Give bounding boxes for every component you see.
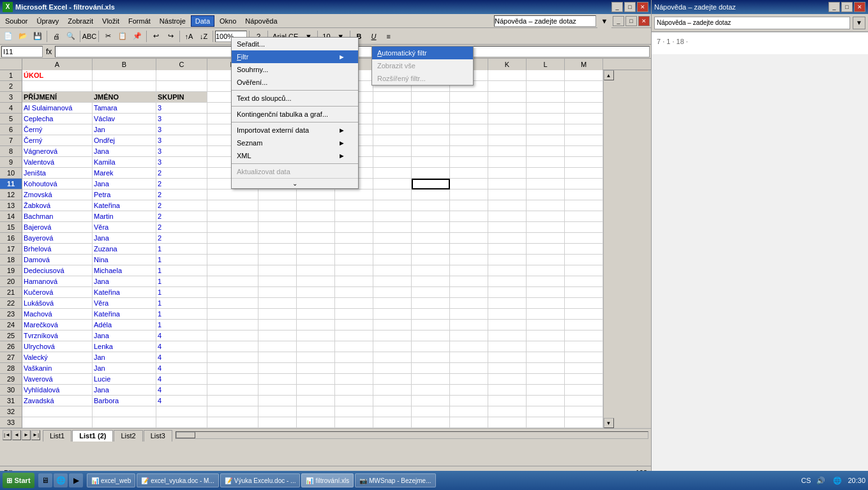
cell-l2[interactable] [527, 81, 565, 92]
cell-e32[interactable] [258, 406, 297, 417]
cell-c7[interactable]: 3 [156, 135, 207, 146]
cell-a1[interactable]: ÚKOL [22, 70, 93, 81]
cell-j33[interactable] [450, 417, 488, 428]
cell-h25[interactable] [373, 330, 412, 341]
tab-prev-btn[interactable]: ◄ [12, 430, 21, 440]
row-5[interactable]: 5 [0, 114, 22, 124]
cell-c11[interactable]: 2 [156, 179, 207, 189]
cell-k26[interactable] [488, 341, 527, 352]
row-20[interactable]: 20 [0, 276, 22, 287]
col-header-b[interactable]: B [93, 59, 156, 70]
row-31[interactable]: 31 [0, 396, 22, 406]
tab-list2[interactable]: List2 [114, 430, 142, 442]
cell-ref-box[interactable]: I11 [1, 46, 43, 57]
cell-j14[interactable] [450, 211, 488, 222]
cell-f16[interactable] [297, 233, 335, 244]
cell-e18[interactable] [258, 255, 297, 265]
cell-g23[interactable] [335, 309, 373, 320]
taskbar-filtrovani[interactable]: 📊 filtrování.xls [301, 473, 354, 487]
cell-d24[interactable] [207, 320, 258, 330]
cell-m28[interactable] [565, 363, 603, 374]
cell-k2[interactable] [488, 81, 527, 92]
menu-item-automaticky-filtr[interactable]: Automatický filtr [372, 47, 473, 59]
cell-b28[interactable]: Jan [93, 363, 156, 374]
cell-i26[interactable] [412, 341, 450, 352]
save-button[interactable]: 💾 [31, 29, 45, 43]
cell-f26[interactable] [297, 341, 335, 352]
cell-m20[interactable] [565, 276, 603, 287]
cell-d19[interactable] [207, 265, 258, 276]
col-header-m[interactable]: M [565, 59, 603, 70]
cell-f27[interactable] [297, 352, 335, 363]
cell-i6[interactable] [412, 124, 450, 135]
cell-k23[interactable] [488, 309, 527, 320]
cell-l14[interactable] [527, 211, 565, 222]
cell-f21[interactable] [297, 287, 335, 298]
cell-i25[interactable] [412, 330, 450, 341]
cell-e31[interactable] [258, 396, 297, 406]
cell-c25[interactable]: 4 [156, 330, 207, 341]
cell-l32[interactable] [527, 406, 565, 417]
cell-i33[interactable] [412, 417, 450, 428]
cell-h3[interactable] [373, 92, 412, 103]
cell-f33[interactable] [297, 417, 335, 428]
cell-d20[interactable] [207, 276, 258, 287]
cell-l33[interactable] [527, 417, 565, 428]
cell-b3[interactable]: JMÉNO [93, 92, 156, 103]
menu-item-seradit[interactable]: Seřadit... [232, 38, 358, 50]
cell-m26[interactable] [565, 341, 603, 352]
cell-k12[interactable] [488, 189, 527, 200]
cell-c24[interactable]: 1 [156, 320, 207, 330]
cell-c15[interactable]: 2 [156, 222, 207, 233]
menu-item-text-sloupcu[interactable]: Text do sloupců... [232, 92, 358, 105]
cell-c2[interactable] [156, 81, 207, 92]
help-close-btn[interactable]: ✕ [854, 2, 865, 12]
cell-j21[interactable] [450, 287, 488, 298]
cell-b33[interactable] [93, 417, 156, 428]
row-27[interactable]: 27 [0, 352, 22, 363]
cell-k24[interactable] [488, 320, 527, 330]
cell-e20[interactable] [258, 276, 297, 287]
cell-j13[interactable] [450, 200, 488, 211]
help-search-button[interactable]: ▼ [853, 17, 865, 29]
cell-c6[interactable]: 3 [156, 124, 207, 135]
cell-a33[interactable] [22, 417, 93, 428]
cell-a18[interactable]: Damová [22, 255, 93, 265]
cell-h26[interactable] [373, 341, 412, 352]
cell-l25[interactable] [527, 330, 565, 341]
cell-a24[interactable]: Marečková [22, 320, 93, 330]
cell-k3[interactable] [488, 92, 527, 103]
cell-m2[interactable] [565, 81, 603, 92]
cell-l17[interactable] [527, 244, 565, 255]
cell-b9[interactable]: Kamila [93, 157, 156, 168]
cell-b13[interactable]: Kateřina [93, 200, 156, 211]
cell-c10[interactable]: 2 [156, 168, 207, 179]
cell-f23[interactable] [297, 309, 335, 320]
cell-l5[interactable] [527, 114, 565, 124]
row-24[interactable]: 24 [0, 320, 22, 330]
cell-a14[interactable]: Bachman [22, 211, 93, 222]
cell-b20[interactable]: Jana [93, 276, 156, 287]
cell-d27[interactable] [207, 352, 258, 363]
cell-c1[interactable] [156, 70, 207, 81]
menu-item-filtr[interactable]: Filtr ► [232, 50, 358, 63]
cell-h9[interactable] [373, 157, 412, 168]
cell-f22[interactable] [297, 298, 335, 309]
cell-j3[interactable] [450, 92, 488, 103]
cell-a11[interactable]: Kohoutová [22, 179, 93, 189]
cell-c18[interactable]: 1 [156, 255, 207, 265]
cell-l13[interactable] [527, 200, 565, 211]
cell-k5[interactable] [488, 114, 527, 124]
cell-h20[interactable] [373, 276, 412, 287]
menu-expand[interactable]: ⌄ [232, 178, 358, 188]
cell-j4[interactable] [450, 103, 488, 114]
cell-i32[interactable] [412, 406, 450, 417]
cut-button[interactable]: ✂ [101, 29, 115, 43]
cell-k11[interactable] [488, 179, 527, 189]
row-7[interactable]: 7 [0, 135, 22, 146]
row-19[interactable]: 19 [0, 265, 22, 276]
cell-b21[interactable]: Kateřina [93, 287, 156, 298]
cell-l16[interactable] [527, 233, 565, 244]
cell-b25[interactable]: Jana [93, 330, 156, 341]
cell-b12[interactable]: Petra [93, 189, 156, 200]
